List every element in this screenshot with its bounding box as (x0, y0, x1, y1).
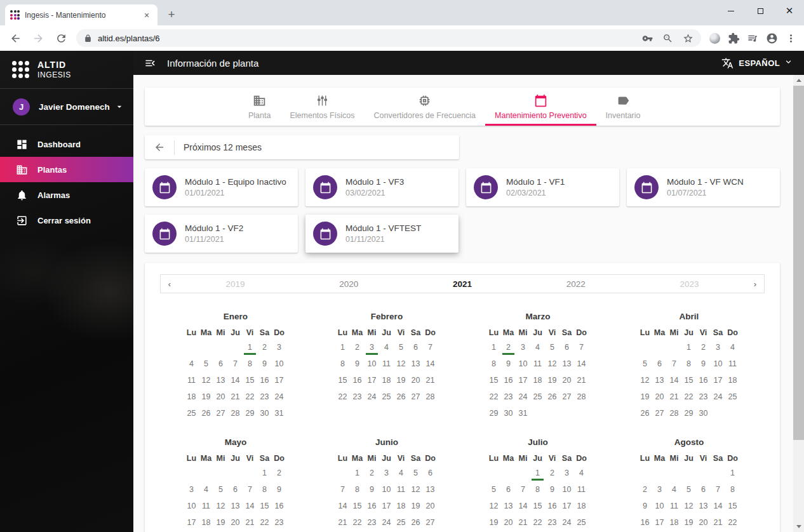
close-button[interactable]: ✕ (775, 0, 804, 22)
calendar-day[interactable]: 20 (559, 372, 574, 389)
calendar-day[interactable]: 11 (394, 481, 408, 498)
calendar-day[interactable]: 10 (365, 356, 379, 372)
calendar-day[interactable]: 30 (696, 405, 711, 422)
sidebar-item-cerrar-sesión[interactable]: Cerrar sesión (0, 208, 133, 233)
calendar-day[interactable]: 23 (545, 514, 559, 531)
calendar-day[interactable]: 18 (530, 372, 545, 389)
calendar-day[interactable]: 14 (711, 498, 725, 514)
calendar-day[interactable]: 27 (559, 389, 574, 405)
calendar-day[interactable]: 1 (257, 465, 272, 481)
calendar-day[interactable]: 11 (667, 498, 681, 514)
calendar-day[interactable]: 27 (213, 405, 228, 422)
calendar-day[interactable]: 17 (652, 514, 667, 531)
profile-avatar-icon[interactable] (762, 28, 781, 48)
calendar-day[interactable]: 11 (199, 498, 213, 514)
calendar-day[interactable]: 5 (681, 481, 696, 498)
calendar-day[interactable]: 26 (199, 405, 213, 422)
url-field[interactable]: altid.es/plantas/6 (76, 29, 701, 47)
calendar-day[interactable]: 16 (350, 372, 365, 389)
calendar-day[interactable]: 24 (365, 389, 379, 405)
sidebar-item-dashboard[interactable]: Dashboard (0, 131, 133, 157)
calendar-day[interactable]: 8 (681, 356, 696, 372)
tab-inventario[interactable]: Inventario (596, 88, 650, 126)
calendar-day[interactable]: 24 (559, 514, 574, 531)
calendar-day[interactable]: 20 (423, 498, 438, 514)
calendar-day[interactable]: 7 (243, 481, 257, 498)
calendar-day[interactable]: 19 (486, 514, 501, 531)
menu-open-icon[interactable] (144, 57, 156, 69)
calendar-day[interactable]: 18 (184, 389, 199, 405)
module-card[interactable]: Módulo 1 - VF303/02/2021 (305, 168, 459, 206)
calendar-day[interactable]: 7 (516, 481, 530, 498)
module-card[interactable]: Módulo 1 - VF WCN01/07/2021 (627, 168, 780, 206)
calendar-day[interactable]: 2 (545, 465, 559, 481)
calendar-day[interactable]: 15 (350, 498, 365, 514)
calendar-day[interactable]: 17 (272, 372, 286, 389)
module-card[interactable]: Módulo 1 - VF201/11/2021 (145, 215, 298, 253)
calendar-day[interactable]: 27 (408, 389, 423, 405)
calendar-day[interactable]: 6 (559, 339, 574, 356)
calendar-day[interactable]: 19 (199, 389, 213, 405)
calendar-day[interactable]: 6 (213, 356, 228, 372)
calendar-day[interactable]: 7 (228, 356, 243, 372)
calendar-day[interactable]: 11 (574, 481, 589, 498)
calendar-day[interactable]: 9 (257, 356, 272, 372)
calendar-day[interactable]: 26 (638, 405, 652, 422)
calendar-day[interactable]: 12 (408, 481, 423, 498)
calendar-day[interactable]: 22 (681, 389, 696, 405)
forward-icon[interactable] (28, 28, 48, 48)
calendar-day[interactable]: 9 (638, 498, 652, 514)
calendar-day[interactable]: 12 (681, 498, 696, 514)
calendar-day[interactable]: 13 (408, 356, 423, 372)
calendar-day[interactable]: 11 (530, 356, 545, 372)
calendar-day[interactable]: 18 (394, 498, 408, 514)
module-card[interactable]: Módulo 1 - VFTEST01/11/2021 (305, 215, 459, 253)
calendar-day[interactable]: 15 (725, 498, 740, 514)
calendar-day[interactable]: 17 (379, 498, 394, 514)
tab-mantenimiento-preventivo[interactable]: Mantenimiento Preventivo (485, 88, 596, 126)
extensions-puzzle-icon[interactable] (724, 28, 743, 48)
calendar-day[interactable]: 5 (199, 356, 213, 372)
calendar-day[interactable]: 28 (667, 405, 681, 422)
minimize-button[interactable] (716, 0, 746, 22)
calendar-day[interactable]: 10 (652, 498, 667, 514)
calendar-day[interactable]: 23 (272, 514, 286, 531)
calendar-day-marked[interactable]: 1 (530, 465, 545, 481)
calendar-day[interactable]: 17 (559, 498, 574, 514)
calendar-day[interactable]: 19 (545, 372, 559, 389)
calendar-day[interactable]: 8 (350, 481, 365, 498)
prev-year-icon[interactable]: ‹ (161, 279, 178, 289)
browser-tab[interactable]: Ingesis - Mantenimiento × (5, 4, 157, 25)
new-tab-button[interactable]: + (163, 6, 180, 23)
calendar-day[interactable]: 20 (652, 389, 667, 405)
calendar-day[interactable]: 20 (228, 514, 243, 531)
calendar-day[interactable]: 7 (711, 481, 725, 498)
calendar-day[interactable]: 9 (501, 356, 516, 372)
calendar-day[interactable]: 20 (696, 514, 711, 531)
calendar-day[interactable]: 20 (501, 514, 516, 531)
calendar-day[interactable]: 13 (652, 372, 667, 389)
calendar-day[interactable]: 10 (516, 356, 530, 372)
calendar-day[interactable]: 18 (199, 514, 213, 531)
calendar-day[interactable]: 8 (257, 481, 272, 498)
calendar-day[interactable]: 16 (545, 498, 559, 514)
calendar-day[interactable]: 9 (272, 481, 286, 498)
calendar-day[interactable]: 3 (379, 465, 394, 481)
calendar-day[interactable]: 14 (335, 498, 350, 514)
bookmark-star-icon[interactable] (683, 33, 693, 44)
calendar-day[interactable]: 4 (530, 339, 545, 356)
calendar-day[interactable]: 30 (257, 405, 272, 422)
browser-menu-dots-icon[interactable] (781, 28, 800, 48)
calendar-day[interactable]: 7 (335, 481, 350, 498)
calendar-day[interactable]: 19 (681, 514, 696, 531)
language-selector[interactable]: ESPAÑOL (739, 58, 780, 68)
year-option-2022[interactable]: 2022 (519, 279, 633, 289)
calendar-day[interactable]: 11 (184, 372, 199, 389)
year-option-2023[interactable]: 2023 (633, 279, 746, 289)
calendar-day[interactable]: 29 (681, 405, 696, 422)
calendar-day[interactable]: 15 (486, 372, 501, 389)
calendar-day[interactable]: 1 (350, 465, 365, 481)
calendar-day[interactable]: 7 (574, 339, 589, 356)
calendar-day[interactable]: 8 (243, 356, 257, 372)
calendar-day[interactable]: 3 (516, 339, 530, 356)
